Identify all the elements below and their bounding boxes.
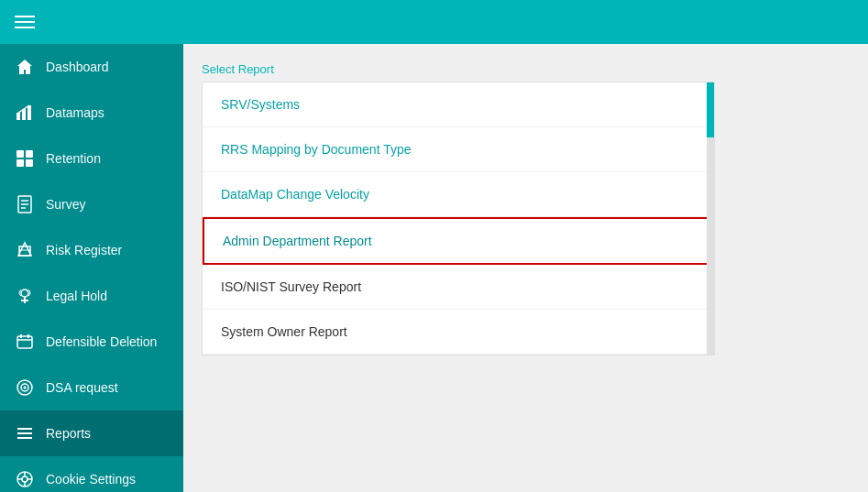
sidebar-label-reports: Reports xyxy=(46,426,91,441)
svg-rect-0 xyxy=(16,113,20,120)
svg-rect-4 xyxy=(26,150,33,158)
sidebar: Dashboard Datamaps xyxy=(0,44,183,492)
datamaps-icon xyxy=(15,103,35,123)
list-item[interactable]: System Owner Report xyxy=(203,310,714,355)
legal-hold-icon xyxy=(15,286,35,306)
svg-point-13 xyxy=(21,290,28,297)
sidebar-label-dsa-request: DSA request xyxy=(46,380,118,395)
sidebar-item-survey[interactable]: Survey xyxy=(0,181,183,227)
svg-rect-6 xyxy=(26,159,33,167)
top-bar xyxy=(0,0,868,44)
scrollbar-thumb[interactable] xyxy=(707,82,714,137)
sidebar-item-defensible-deletion[interactable]: Defensible Deletion xyxy=(0,319,183,365)
sidebar-label-datamaps: Datamaps xyxy=(46,105,104,120)
sidebar-item-retention[interactable]: Retention xyxy=(0,136,183,181)
home-icon xyxy=(15,57,35,77)
sidebar-item-dashboard[interactable]: Dashboard xyxy=(0,44,183,90)
scrollbar-track xyxy=(707,82,714,355)
sidebar-item-legal-hold[interactable]: Legal Hold xyxy=(0,273,183,319)
sidebar-label-legal-hold: Legal Hold xyxy=(46,289,107,303)
retention-icon xyxy=(15,148,35,169)
svg-point-27 xyxy=(22,476,27,482)
survey-icon xyxy=(15,194,35,214)
dsa-request-icon xyxy=(15,377,35,398)
report-list: SRV/Systems RRS Mapping by Document Type… xyxy=(203,82,714,355)
sidebar-item-risk-register[interactable]: Risk Register xyxy=(0,227,183,273)
list-item-admin-dept-report[interactable]: Admin Department Report xyxy=(203,217,714,265)
cookie-settings-icon xyxy=(15,469,35,489)
list-item[interactable]: SRV/Systems xyxy=(203,82,714,127)
sidebar-label-risk-register: Risk Register xyxy=(46,243,122,257)
sidebar-item-dsa-request[interactable]: DSA request xyxy=(0,365,183,410)
list-item[interactable]: DataMap Change Velocity xyxy=(203,172,714,217)
svg-rect-2 xyxy=(27,105,31,120)
sidebar-item-reports[interactable]: Reports xyxy=(0,410,183,456)
svg-rect-16 xyxy=(17,336,32,348)
sidebar-label-survey: Survey xyxy=(46,197,86,212)
sidebar-item-cookie-settings[interactable]: Cookie Settings xyxy=(0,456,183,492)
list-item[interactable]: ISO/NIST Survey Report xyxy=(203,265,714,310)
sidebar-label-defensible-deletion: Defensible Deletion xyxy=(46,334,157,349)
svg-rect-3 xyxy=(16,150,24,158)
sidebar-label-retention: Retention xyxy=(46,151,101,166)
defensible-deletion-icon xyxy=(15,332,35,352)
risk-register-icon xyxy=(15,240,35,260)
svg-rect-5 xyxy=(16,159,24,167)
sidebar-item-datamaps[interactable]: Datamaps xyxy=(0,90,183,136)
sidebar-label-cookie-settings: Cookie Settings xyxy=(46,472,136,487)
content-area: Select Report SRV/Systems RRS Mapping by… xyxy=(183,44,868,492)
report-dropdown: SRV/Systems RRS Mapping by Document Type… xyxy=(202,82,715,355)
sidebar-label-dashboard: Dashboard xyxy=(46,60,109,74)
select-report-label: Select Report xyxy=(202,62,850,76)
list-item[interactable]: RRS Mapping by Document Type xyxy=(203,127,714,172)
main-layout: Dashboard Datamaps xyxy=(0,44,868,492)
hamburger-menu-button[interactable] xyxy=(15,16,35,28)
reports-icon xyxy=(15,423,35,443)
svg-point-22 xyxy=(24,387,27,389)
